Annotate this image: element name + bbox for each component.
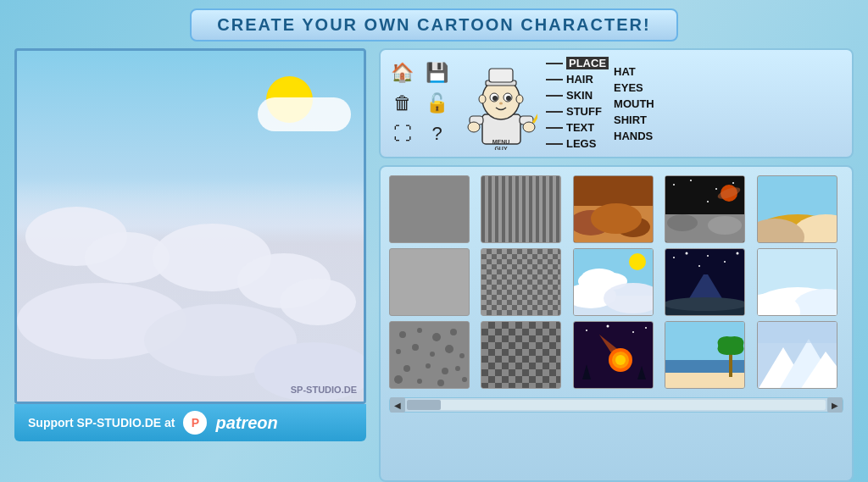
svg-point-74: [442, 368, 448, 374]
svg-point-87: [615, 355, 626, 365]
category-hat[interactable]: HAT: [614, 65, 654, 78]
bg-thumb-meteor[interactable]: [573, 321, 654, 389]
bg-thumb-dots[interactable]: [389, 321, 470, 389]
svg-point-68: [412, 344, 419, 351]
right-categories: HAT EYES MOUTH SHIRT HANDS: [614, 65, 654, 142]
svg-text:MENU: MENU: [492, 139, 510, 145]
cat-label-legs: LEGS: [566, 137, 596, 150]
character-preview: MENU GUY: [465, 57, 537, 150]
tool-icons: 🏠 💾 🗑 🔓 ⛶ ?: [391, 62, 448, 145]
svg-rect-102: [758, 322, 837, 343]
svg-point-29: [707, 201, 709, 202]
svg-point-25: [673, 184, 675, 186]
svg-point-10: [516, 95, 523, 103]
cat-label-text: TEXT: [566, 121, 594, 134]
svg-point-50: [707, 255, 709, 257]
svg-rect-94: [665, 373, 745, 389]
bg-thumb-arctic[interactable]: [757, 321, 837, 389]
bg-thumb-desert[interactable]: [757, 175, 837, 243]
svg-point-40: [629, 253, 646, 270]
scroll-track: [407, 400, 826, 410]
category-skin[interactable]: SKIN: [546, 89, 609, 102]
svg-rect-3: [489, 69, 513, 82]
category-hands[interactable]: HANDS: [614, 130, 654, 142]
svg-point-72: [403, 365, 410, 372]
bg-thumb-gray-light[interactable]: [389, 248, 470, 316]
bg-thumb-night[interactable]: [665, 248, 745, 316]
support-text: Support SP-STUDIO.DE at: [28, 416, 175, 429]
delete-button[interactable]: 🗑: [391, 92, 414, 114]
save-button[interactable]: 💾: [426, 62, 448, 84]
bg-thumb-moon[interactable]: [665, 175, 745, 243]
svg-point-23: [591, 203, 642, 234]
svg-point-49: [686, 252, 688, 255]
svg-point-63: [399, 331, 406, 338]
svg-point-32: [708, 216, 742, 235]
cat-label-hands: HANDS: [614, 130, 653, 142]
category-stuff[interactable]: STUFF: [546, 105, 609, 118]
bg-thumb-snow-hills[interactable]: [757, 248, 837, 316]
category-legs[interactable]: LEGS: [546, 137, 609, 150]
toolbar-row: 🏠 💾 🗑 🔓 ⛶ ?: [379, 48, 854, 158]
bg-thumb-diamonds[interactable]: [481, 321, 561, 389]
svg-point-66: [450, 329, 457, 335]
bg-grid: ◀ ▶: [379, 165, 854, 482]
svg-point-26: [690, 180, 692, 181]
category-eyes[interactable]: EYES: [614, 81, 654, 94]
bg-thumb-checker[interactable]: [481, 248, 561, 316]
svg-point-84: [645, 327, 647, 329]
svg-point-9: [479, 95, 486, 103]
svg-point-75: [455, 366, 460, 371]
home-button[interactable]: 🏠: [391, 62, 414, 84]
cat-label-skin: SKIN: [566, 89, 593, 102]
bg-thumb-beach[interactable]: [665, 321, 745, 389]
svg-point-7: [506, 96, 511, 101]
patreon-logo: P: [183, 411, 207, 435]
category-shirt[interactable]: SHIRT: [614, 114, 654, 126]
scroll-thumb[interactable]: [407, 400, 441, 410]
unlock-button[interactable]: 🔓: [426, 92, 448, 114]
bg-thumb-gray-stripes[interactable]: [481, 175, 561, 243]
bg-thumb-sky[interactable]: [573, 248, 654, 316]
main-content: SP-STUDIO.DE Support SP-STUDIO.DE at P p…: [14, 48, 854, 482]
svg-point-6: [492, 96, 498, 101]
help-button[interactable]: ?: [426, 123, 448, 145]
svg-point-69: [430, 352, 435, 357]
svg-point-64: [417, 328, 422, 333]
scroll-right-button[interactable]: ▶: [827, 397, 843, 413]
svg-point-83: [632, 331, 634, 333]
svg-point-79: [462, 377, 467, 382]
cat-line-legs: [546, 143, 563, 145]
cat-line-stuff: [546, 111, 563, 113]
character-svg: MENU GUY: [465, 57, 537, 150]
svg-point-71: [459, 353, 465, 358]
bg-thumb-gray-solid[interactable]: [389, 175, 470, 243]
cat-label-eyes: EYES: [614, 81, 643, 94]
category-hair[interactable]: HAIR: [546, 73, 609, 86]
svg-point-48: [673, 257, 675, 258]
cat-label-mouth: MOUTH: [614, 97, 654, 110]
category-text[interactable]: TEXT: [546, 121, 609, 134]
category-mouth[interactable]: MOUTH: [614, 97, 654, 110]
canvas-panel: SP-STUDIO.DE Support SP-STUDIO.DE at P p…: [14, 48, 370, 482]
svg-point-76: [394, 375, 403, 384]
svg-point-28: [732, 182, 734, 184]
svg-point-53: [698, 265, 700, 267]
cloud-blob-5: [280, 279, 356, 325]
svg-point-82: [606, 325, 609, 328]
scroll-left-button[interactable]: ◀: [390, 397, 405, 413]
cat-label-stuff: STUFF: [566, 105, 602, 118]
svg-point-67: [396, 349, 401, 354]
patreon-text: patreon: [215, 413, 277, 433]
bg-thumb-mars[interactable]: [573, 175, 654, 243]
left-categories: PLACE HAIR SKIN STUFF TEXT: [546, 57, 609, 150]
title-bar: CREATE YOUR OWN CARTOON CHARACTER!: [190, 8, 677, 42]
svg-point-52: [737, 252, 739, 255]
cat-label-hair: HAIR: [566, 73, 593, 86]
svg-point-73: [426, 363, 431, 368]
svg-point-77: [417, 379, 422, 384]
svg-line-15: [533, 109, 537, 123]
category-place[interactable]: PLACE: [546, 57, 609, 69]
svg-point-31: [667, 214, 698, 231]
expand-button[interactable]: ⛶: [391, 123, 414, 145]
